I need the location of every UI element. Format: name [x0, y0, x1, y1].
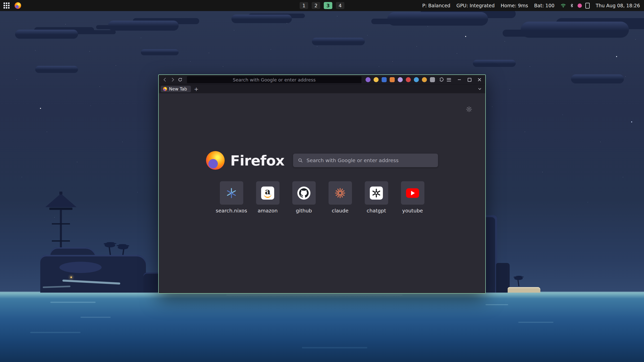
tab-strip: New Tab +: [159, 85, 485, 93]
extension-icon-4[interactable]: [390, 77, 395, 82]
maximize-button[interactable]: [466, 77, 473, 82]
water-reflection: [80, 317, 111, 318]
newtab-hero: Firefox: [206, 151, 438, 170]
sand-bank: [508, 287, 540, 293]
water-reflection: [486, 304, 508, 305]
app-menu-button[interactable]: [445, 76, 453, 83]
desktop: 1 2 3 4 P: Balanced GPU: Integrated Home…: [0, 0, 644, 362]
workspace-button-3[interactable]: 3: [324, 2, 332, 9]
battery-status: Bat: 100: [534, 3, 554, 8]
cloud: [571, 74, 624, 83]
extension-icon-3[interactable]: [382, 77, 387, 82]
shortcut-label: youtube: [402, 208, 423, 214]
watchtower-finial: [59, 192, 62, 195]
claude-starburst-icon: [335, 188, 346, 199]
shortcut-label: claude: [332, 208, 348, 214]
cloud: [231, 15, 292, 23]
watchtower-brace: [52, 223, 70, 224]
shortcut-label: amazon: [258, 208, 277, 214]
palm-tree: [105, 243, 116, 256]
shortcut-label: github: [296, 208, 312, 214]
shortcut-search-nixos[interactable]: search.nixos: [220, 181, 243, 214]
browser-toolbar: [159, 75, 485, 85]
extension-icon-5[interactable]: [398, 77, 403, 82]
extension-icon-1[interactable]: [366, 77, 371, 82]
search-icon: [298, 158, 303, 163]
extension-icon-7[interactable]: [414, 77, 419, 82]
wifi-icon[interactable]: [560, 3, 566, 8]
extensions-puzzle-icon[interactable]: [437, 76, 445, 83]
shortcut-claude[interactable]: claude: [329, 181, 352, 214]
indicator-icon[interactable]: [578, 4, 582, 8]
ping-status: Home: 9ms: [501, 3, 528, 8]
island-with-watchtower: [33, 194, 169, 293]
extension-icon-6[interactable]: [406, 77, 411, 82]
water-reflection: [518, 322, 553, 323]
clock: Thu Aug 08, 18:26: [596, 3, 640, 8]
tab-title: New Tab: [169, 86, 187, 92]
shortcut-amazon[interactable]: a amazon: [256, 181, 279, 214]
cloud: [521, 22, 629, 38]
nixos-snowflake-icon: [226, 187, 237, 199]
workspace-button-1[interactable]: 1: [300, 2, 308, 9]
extension-toolbar: [366, 77, 435, 82]
water-reflection: [302, 347, 367, 348]
apps-grid-icon[interactable]: [4, 3, 10, 9]
amazon-icon: a: [261, 187, 274, 200]
newtab-search[interactable]: [293, 154, 438, 167]
cloud: [15, 30, 78, 39]
settings-gear-icon[interactable]: [465, 105, 473, 113]
shortcut-github[interactable]: github: [292, 181, 316, 214]
firefox-window: New Tab + Firefox: [158, 74, 486, 294]
openai-knot-icon: [370, 187, 383, 200]
shortcut-youtube[interactable]: youtube: [401, 181, 424, 214]
shortcut-tiles: search.nixos a amazon: [220, 181, 424, 214]
watchtower-brace: [52, 240, 70, 242]
cloud: [35, 66, 78, 73]
window-controls: [456, 77, 483, 82]
water-reflection: [30, 332, 80, 333]
firefox-taskbar-icon[interactable]: [15, 2, 21, 9]
shortcut-label: chatgpt: [367, 208, 386, 214]
cloud: [312, 38, 365, 45]
bluetooth-icon[interactable]: [570, 3, 574, 8]
shortcut-chatgpt[interactable]: chatgpt: [365, 181, 388, 214]
forward-button[interactable]: [169, 76, 176, 83]
workspace-button-4[interactable]: 4: [336, 2, 344, 9]
close-button[interactable]: [476, 77, 483, 82]
reload-button[interactable]: [176, 76, 184, 83]
minimize-button[interactable]: [456, 77, 463, 82]
urlbar-input[interactable]: [187, 76, 361, 83]
cloud: [387, 12, 488, 26]
power-profile-status: P: Balanced: [422, 3, 450, 8]
watchtower-roof: [45, 194, 76, 207]
workspace-switcher: 1 2 3 4: [300, 0, 344, 11]
watchtower-platform: [49, 208, 72, 210]
list-tabs-chevron-icon[interactable]: [476, 86, 483, 92]
water-reflection: [50, 302, 96, 303]
water-reflection: [226, 295, 403, 295]
cloud: [108, 21, 179, 31]
shortcut-label: search.nixos: [216, 208, 247, 214]
extension-icon-8[interactable]: [422, 77, 427, 82]
workspace-button-2[interactable]: 2: [312, 2, 320, 9]
back-button[interactable]: [161, 76, 169, 83]
newtab-page: Firefox search.nixos a: [159, 93, 485, 293]
firefox-wordmark: Firefox: [230, 152, 284, 169]
cloud: [473, 60, 516, 67]
new-tab-button[interactable]: +: [193, 86, 199, 92]
tab-new-tab[interactable]: New Tab: [161, 86, 191, 92]
extension-icon-2[interactable]: [374, 77, 379, 82]
extension-icon-9[interactable]: [430, 77, 435, 82]
firefox-logo: [206, 151, 225, 170]
lamp-light: [70, 277, 72, 278]
palm-tree: [514, 277, 523, 287]
urlbar[interactable]: [187, 76, 361, 83]
firefox-favicon: [163, 87, 167, 91]
youtube-play-icon: [406, 188, 419, 198]
status-bar: 1 2 3 4 P: Balanced GPU: Integrated Home…: [0, 0, 644, 11]
newtab-search-input[interactable]: [306, 157, 433, 164]
hamburger-icon: [447, 78, 451, 81]
gpu-status: GPU: Integrated: [456, 3, 495, 8]
display-icon[interactable]: [585, 3, 590, 9]
